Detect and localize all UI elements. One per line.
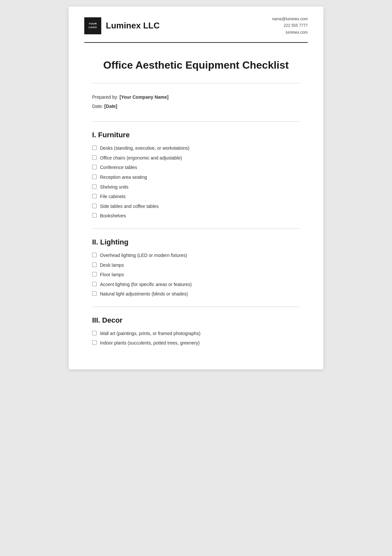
checklist-item-label: Desk lamps bbox=[100, 262, 124, 269]
checkbox[interactable] bbox=[92, 262, 97, 267]
checklist-item: Office chairs (ergonomic and adjustable) bbox=[92, 155, 300, 161]
checklist-item-label: Desks (standing, executive, or workstati… bbox=[100, 145, 189, 152]
section-divider bbox=[92, 228, 300, 229]
checklist-item: Natural light adjustments (blinds or sha… bbox=[92, 291, 300, 297]
checklist-item: Reception area seating bbox=[92, 174, 300, 181]
checklist-item-label: Wall art (paintings, prints, or framed p… bbox=[100, 330, 201, 337]
prepared-by-value: [Your Company Name] bbox=[120, 94, 169, 100]
checklist-item: Accent lighting (for specific areas or f… bbox=[92, 281, 300, 288]
checkbox[interactable] bbox=[92, 165, 97, 169]
section-title-decor: III. Decor bbox=[92, 316, 300, 325]
checklist-item-label: Office chairs (ergonomic and adjustable) bbox=[100, 155, 182, 161]
checkbox[interactable] bbox=[92, 184, 97, 189]
date-line: Date: [Date] bbox=[92, 102, 300, 111]
checkbox[interactable] bbox=[92, 204, 97, 208]
checklist-item: Desks (standing, executive, or workstati… bbox=[92, 145, 300, 152]
checklist-item-label: Overhead lighting (LED or modern fixture… bbox=[100, 252, 187, 259]
meta-block: Prepared by: [Your Company Name] Date: [… bbox=[92, 93, 300, 111]
section-title-furniture: I. Furniture bbox=[92, 131, 300, 139]
checklist-decor: Wall art (paintings, prints, or framed p… bbox=[92, 330, 300, 346]
checklist-item: Bookshelves bbox=[92, 213, 300, 219]
section-decor: III. DecorWall art (paintings, prints, o… bbox=[92, 316, 300, 346]
date-label: Date: bbox=[92, 104, 103, 109]
contact-email: name@luminex.com bbox=[272, 16, 308, 22]
meta-divider bbox=[92, 121, 300, 122]
checkbox[interactable] bbox=[92, 291, 97, 296]
company-name: Luminex LLC bbox=[106, 21, 160, 31]
checklist-item: Floor lamps bbox=[92, 272, 300, 278]
section-furniture: I. FurnitureDesks (standing, executive, … bbox=[92, 131, 300, 229]
sections-container: I. FurnitureDesks (standing, executive, … bbox=[92, 131, 300, 346]
checkbox[interactable] bbox=[92, 155, 97, 160]
checkbox[interactable] bbox=[92, 175, 97, 179]
checklist-item: Conference tables bbox=[92, 164, 300, 171]
document-page: YOUR LOGO Luminex LLC name@luminex.com 2… bbox=[69, 7, 323, 369]
section-title-lighting: II. Lighting bbox=[92, 238, 300, 246]
checklist-item: Shelving units bbox=[92, 184, 300, 191]
title-divider bbox=[92, 83, 300, 83]
checklist-furniture: Desks (standing, executive, or workstati… bbox=[92, 145, 300, 219]
checkbox[interactable] bbox=[92, 331, 97, 335]
checklist-item-label: Indoor plants (succulents, potted trees,… bbox=[100, 340, 200, 346]
checklist-item: Side tables and coffee tables bbox=[92, 203, 300, 210]
checkbox[interactable] bbox=[92, 213, 97, 218]
checklist-item-label: Floor lamps bbox=[100, 272, 124, 278]
checklist-item-label: Conference tables bbox=[100, 164, 137, 171]
date-value: [Date] bbox=[104, 104, 117, 109]
checklist-item: Desk lamps bbox=[92, 262, 300, 269]
checkbox[interactable] bbox=[92, 272, 97, 277]
document-body: Office Aesthetic Equipment Checklist Pre… bbox=[69, 43, 323, 369]
checklist-lighting: Overhead lighting (LED or modern fixture… bbox=[92, 252, 300, 297]
checklist-item: Indoor plants (succulents, potted trees,… bbox=[92, 340, 300, 346]
section-lighting: II. LightingOverhead lighting (LED or mo… bbox=[92, 238, 300, 307]
checklist-item: Wall art (paintings, prints, or framed p… bbox=[92, 330, 300, 337]
checkbox[interactable] bbox=[92, 340, 97, 345]
checkbox[interactable] bbox=[92, 282, 97, 286]
header: YOUR LOGO Luminex LLC name@luminex.com 2… bbox=[69, 7, 323, 42]
checkbox[interactable] bbox=[92, 253, 97, 257]
checklist-item-label: Reception area seating bbox=[100, 174, 147, 181]
header-left: YOUR LOGO Luminex LLC bbox=[84, 17, 160, 34]
checkbox[interactable] bbox=[92, 194, 97, 198]
checklist-item: File cabinets bbox=[92, 194, 300, 200]
checkbox[interactable] bbox=[92, 145, 97, 150]
section-divider bbox=[92, 307, 300, 307]
checklist-item-label: Accent lighting (for specific areas or f… bbox=[100, 281, 192, 288]
header-contact: name@luminex.com 222 555 7777 luminex.co… bbox=[272, 16, 308, 36]
prepared-by-label: Prepared by: bbox=[92, 94, 118, 100]
checklist-item-label: Shelving units bbox=[100, 184, 128, 191]
checklist-item-label: File cabinets bbox=[100, 194, 126, 200]
logo: YOUR LOGO bbox=[84, 17, 101, 34]
checklist-item-label: Natural light adjustments (blinds or sha… bbox=[100, 291, 188, 297]
prepared-by-line: Prepared by: [Your Company Name] bbox=[92, 93, 300, 102]
document-title: Office Aesthetic Equipment Checklist bbox=[92, 59, 300, 71]
contact-phone: 222 555 7777 bbox=[272, 22, 308, 29]
checklist-item: Overhead lighting (LED or modern fixture… bbox=[92, 252, 300, 259]
checklist-item-label: Bookshelves bbox=[100, 213, 126, 219]
checklist-item-label: Side tables and coffee tables bbox=[100, 203, 159, 210]
contact-website: luminex.com bbox=[272, 29, 308, 36]
